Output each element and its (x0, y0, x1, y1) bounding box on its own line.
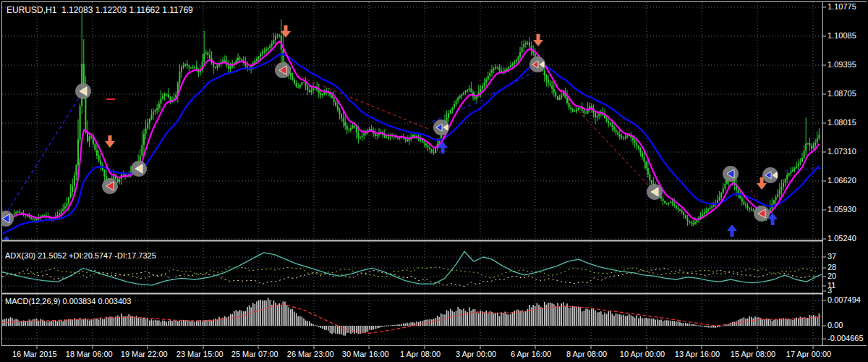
time-axis-label: 30 Mar 16:00 (342, 350, 389, 359)
price-axis-label: 1.10085 (827, 31, 856, 41)
time-axis-label: 18 Mar 06:00 (66, 350, 113, 359)
time-axis-label: 25 Mar 07:00 (231, 350, 278, 359)
price-axis-label: 1.10775 (827, 2, 856, 12)
adx-indicator-label: ADX(30) 21.5052 +DI:20.5747 -DI:17.7325 (5, 251, 156, 261)
adx-indicator-panel[interactable]: ADX(30) 21.5052 +DI:20.5747 -DI:17.7325 (1, 242, 822, 292)
mt4-chart-window: EURUSD,H1 1.12083 1.12203 1.11662 1.1176… (0, 0, 868, 362)
price-axis-label: 1.05240 (827, 234, 856, 243)
price-axis-label: 1.05930 (827, 205, 856, 214)
time-axis-label: 26 Mar 23:00 (287, 350, 334, 359)
macd-axis-label: 0.00 (827, 321, 843, 330)
time-axis-label: 13 Apr 16:00 (675, 350, 720, 359)
adx-axis-label: 3 (827, 286, 832, 295)
price-axis-label: 1.09395 (827, 60, 856, 70)
price-axis-label: 1.08015 (827, 118, 856, 127)
time-axis-label: 23 Mar 15:00 (176, 350, 224, 359)
time-axis-label: 17 Apr 00:00 (786, 350, 831, 359)
time-axis-label: 16 Mar 2015 (12, 350, 57, 359)
chart-ohlc-title: EURUSD,H1 1.12083 1.12203 1.11662 1.1176… (7, 6, 193, 15)
time-axis-label: 19 Mar 22:00 (121, 350, 168, 359)
time-axis[interactable]: 16 Mar 201518 Mar 06:0019 Mar 22:0023 Ma… (0, 345, 868, 362)
adx-axis-label: 20 (827, 272, 836, 281)
macd-indicator-panel[interactable]: MACD(12,26,9) 0.003834 0.003403 (1, 295, 822, 345)
time-axis-label: 1 Apr 08:00 (400, 350, 441, 359)
price-chart-panel[interactable]: EURUSD,H1 1.12083 1.12203 1.11662 1.1176… (1, 1, 822, 240)
time-axis-label: 15 Apr 08:00 (731, 350, 775, 359)
macd-axis-label: -0.004665 (827, 334, 864, 343)
macd-indicator-label: MACD(12,26,9) 0.003834 0.003403 (5, 297, 131, 306)
time-axis-label: 6 Apr 16:00 (511, 350, 551, 359)
time-axis-label: 3 Apr 00:00 (456, 350, 496, 359)
time-axis-label: 8 Apr 08:00 (566, 350, 607, 359)
price-axis-label: 1.08705 (827, 89, 856, 98)
price-axis-label: 1.06620 (827, 176, 856, 185)
adx-axis-label: 37 (827, 252, 836, 261)
time-axis-label: 10 Apr 00:00 (620, 350, 665, 359)
price-axis-label: 1.07310 (827, 147, 856, 156)
macd-axis-label: 0.007494 (827, 295, 861, 305)
